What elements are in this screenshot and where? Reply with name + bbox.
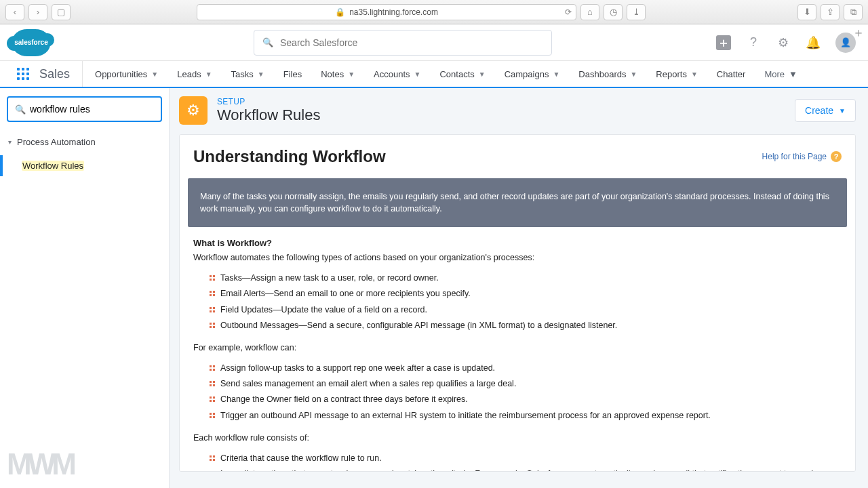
global-search-input[interactable] [280, 37, 543, 48]
help-icon: ? [831, 151, 842, 162]
tabs-icon[interactable]: ⧉ [844, 4, 863, 20]
list-item: Trigger an outbound API message to an ex… [210, 409, 842, 422]
page-gear-icon: ⚙ [179, 96, 208, 125]
list-item: Criteria that cause the workflow rule to… [210, 452, 842, 465]
list-item: Send sales management an email alert whe… [210, 378, 842, 390]
browser-toolbar: ‹ › ▢ 🔒 na35.lightning.force.com ⟳ ⌂ ◷ ⤓… [0, 0, 868, 24]
setup-gear-icon[interactable]: ⚙ [776, 35, 791, 50]
setup-sidebar: 🔍 ▾ Process Automation Workflow Rules MW… [0, 88, 170, 488]
page-title: Workflow Rules [217, 106, 320, 124]
app-nav: Sales Opportunities▼Leads▼Tasks▼FilesNot… [0, 61, 868, 88]
chevron-down-icon: ▼ [630, 70, 637, 78]
nav-more[interactable]: More▼ [755, 61, 807, 87]
chevron-down-icon: ▼ [205, 70, 212, 78]
create-button[interactable]: Create ▼ [795, 99, 856, 122]
tree-group-process-automation[interactable]: ▾ Process Automation [7, 134, 162, 150]
notifications-icon[interactable]: 🔔 [806, 35, 821, 50]
page-eyebrow: SETUP [217, 97, 320, 106]
setup-search-input[interactable] [30, 104, 154, 115]
nav-tab-files[interactable]: Files [274, 61, 311, 87]
card-title: Understanding Workflow [193, 147, 386, 166]
browser-sidebar-button[interactable]: ▢ [52, 4, 71, 20]
history-icon[interactable]: ◷ [604, 4, 623, 20]
chevron-down-icon: ▼ [553, 70, 559, 78]
nav-tab-reports[interactable]: Reports▼ [646, 61, 707, 87]
tree-item-workflow-rules[interactable]: Workflow Rules [0, 155, 162, 176]
nav-tab-accounts[interactable]: Accounts▼ [364, 61, 430, 87]
app-name: Sales [37, 61, 83, 87]
content-card: Understanding Workflow Help for this Pag… [179, 134, 856, 472]
global-search[interactable]: 🔍 [254, 30, 552, 56]
nav-tab-campaigns[interactable]: Campaigns▼ [495, 61, 570, 87]
list-item: Outbound Messages—Send a secure, configu… [210, 319, 842, 332]
list-item: Change the Owner field on a contract thr… [210, 393, 842, 406]
list-item: Assign follow-up tasks to a support rep … [210, 362, 842, 375]
share-icon[interactable]: ⇪ [821, 4, 840, 20]
download-icon[interactable]: ⬇ [797, 4, 816, 20]
browser-url-text: na35.lightning.force.com [349, 7, 438, 17]
chevron-down-icon: ▼ [789, 69, 797, 79]
salesforce-logo[interactable]: salesforce [12, 29, 50, 56]
browser-back-button[interactable]: ‹ [5, 4, 24, 20]
list-item: Tasks—Assign a new task to a user, role,… [210, 272, 842, 285]
nav-tab-dashboards[interactable]: Dashboards▼ [569, 61, 646, 87]
intro-banner: Many of the tasks you normally assign, t… [188, 178, 847, 227]
nav-tab-notes[interactable]: Notes▼ [311, 61, 364, 87]
home-icon[interactable]: ⌂ [580, 4, 599, 20]
chevron-down-icon: ▼ [691, 70, 698, 78]
chevron-down-icon: ▼ [414, 70, 421, 78]
nav-tab-chatter[interactable]: Chatter [707, 61, 755, 87]
chevron-down-icon: ▼ [839, 107, 846, 115]
nav-tab-tasks[interactable]: Tasks▼ [222, 61, 274, 87]
setup-search[interactable]: 🔍 [7, 96, 162, 122]
what-is-workflow-heading: What is Workflow? [193, 237, 842, 250]
chevron-down-icon: ▼ [151, 70, 158, 78]
help-icon[interactable]: ? [746, 35, 761, 50]
new-tab-button[interactable]: ＋ [850, 24, 867, 41]
nav-tab-opportunities[interactable]: Opportunities▼ [85, 61, 167, 87]
search-icon: 🔍 [15, 104, 26, 115]
chevron-down-icon: ▼ [348, 70, 355, 78]
app-launcher-button[interactable] [9, 61, 37, 87]
chevron-down-icon: ▼ [258, 70, 264, 78]
global-create-button[interactable]: ＋ [716, 35, 731, 50]
list-item: Email Alerts—Send an email to one or mor… [210, 287, 842, 300]
downloads-tray-icon[interactable]: ⤓ [627, 4, 646, 20]
list-item: Field Updates—Update the value of a fiel… [210, 304, 842, 317]
main-content: ⚙ SETUP Workflow Rules Create ▼ Understa… [170, 88, 868, 488]
search-icon: 🔍 [262, 37, 273, 47]
help-for-page-link[interactable]: Help for this Page ? [762, 151, 842, 162]
consists-lead: Each workflow rule consists of: [193, 432, 842, 445]
list-item: Immediate actions that execute when a re… [210, 468, 842, 472]
what-is-workflow-lead: Workflow automates the following types o… [193, 251, 842, 264]
nav-tab-leads[interactable]: Leads▼ [167, 61, 221, 87]
refresh-icon[interactable]: ⟳ [565, 7, 572, 17]
lock-icon: 🔒 [335, 7, 345, 17]
nav-tab-contacts[interactable]: Contacts▼ [430, 61, 494, 87]
browser-url-bar[interactable]: 🔒 na35.lightning.force.com ⟳ [197, 4, 576, 20]
chevron-down-icon: ▼ [479, 70, 486, 78]
browser-forward-button[interactable]: › [28, 4, 47, 20]
examples-lead: For example, workflow can: [193, 342, 842, 354]
chevron-down-icon: ▾ [8, 138, 12, 146]
watermark: MWM [7, 447, 73, 481]
app-header: salesforce 🔍 ＋ ? ⚙ 🔔 👤 [0, 24, 868, 61]
